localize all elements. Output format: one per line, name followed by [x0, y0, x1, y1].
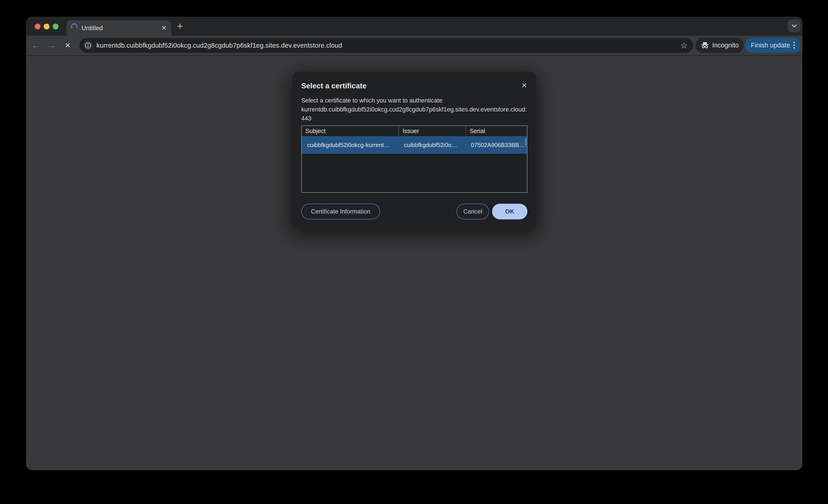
cancel-button[interactable]: Cancel [457, 204, 489, 219]
window-zoom-button[interactable] [53, 24, 58, 30]
url-text[interactable]: kurrentdb.cuibbfkgdubf52i0okcg.cud2g8cgd… [96, 38, 342, 53]
ok-button[interactable]: OK [492, 204, 527, 219]
incognito-icon [700, 41, 709, 50]
site-info-button[interactable] [83, 41, 92, 50]
certificate-information-button[interactable]: Certificate Information [301, 204, 380, 219]
browser-menu-icon[interactable] [793, 42, 795, 49]
window-minimize-button[interactable] [44, 24, 49, 30]
forward-button[interactable]: → [44, 36, 59, 55]
dialog-host-text: kurrentdb.cuibbfkgdubf52i0okcg.cud2g8cgd… [301, 106, 527, 122]
chevron-down-icon [791, 23, 798, 30]
select-certificate-dialog: Select a certificate ✕ Select a certific… [292, 72, 536, 229]
tab-title: Untitled [81, 20, 103, 36]
back-button[interactable]: ← [28, 36, 43, 55]
browser-window: Untitled ✕ + ← → ✕ [26, 17, 802, 470]
cell-subject: cuibbfkgdubf52i0okcg-kurrent… [302, 136, 399, 154]
incognito-label: Incognito [712, 42, 739, 49]
tab-untitled[interactable]: Untitled ✕ [67, 20, 171, 36]
dialog-description-text: Select a certificate to which you want t… [301, 97, 442, 104]
incognito-badge: Incognito [696, 38, 744, 53]
tab-strip: Untitled ✕ + [26, 17, 802, 36]
address-bar[interactable]: kurrentdb.cuibbfkgdubf52i0okcg.cud2g8cgd… [79, 38, 693, 53]
cell-issuer: cuibbfkgdubf52i0o… [399, 136, 465, 154]
cell-serial: 07502A906B33BB… [465, 136, 527, 154]
tab-search-button[interactable] [788, 20, 800, 32]
new-tab-button[interactable]: + [175, 21, 185, 31]
loading-spinner-icon [71, 23, 78, 30]
desktop-background: Untitled ✕ + ← → ✕ [0, 0, 828, 504]
stop-loading-button[interactable]: ✕ [60, 36, 75, 55]
window-close-button[interactable] [35, 24, 41, 30]
column-header-subject: Subject [302, 126, 399, 136]
finish-update-button[interactable]: Finish update [745, 38, 800, 53]
page-content: Select a certificate ✕ Select a certific… [26, 56, 802, 470]
dialog-description: Select a certificate to which you want t… [301, 96, 528, 123]
certificate-row-selected[interactable]: cuibbfkgdubf52i0okcg-kurrent… cuibbfkgdu… [302, 136, 527, 154]
browser-toolbar: ← → ✕ kurrentdb.cuibbfkgdubf52i0okcg.cud… [26, 36, 802, 55]
tab-close-icon[interactable]: ✕ [160, 24, 168, 32]
column-header-issuer: Issuer [399, 126, 465, 136]
table-scrollbar[interactable] [525, 138, 526, 146]
dialog-title: Select a certificate [301, 82, 367, 90]
certificate-table: Subject Issuer Serial cuibbfkgdubf52i0ok… [301, 126, 527, 193]
finish-update-label: Finish update [751, 42, 790, 49]
bookmark-star-icon[interactable]: ☆ [680, 38, 688, 53]
info-icon [84, 42, 92, 49]
dialog-close-icon[interactable]: ✕ [519, 80, 529, 91]
column-header-serial: Serial [465, 126, 527, 136]
